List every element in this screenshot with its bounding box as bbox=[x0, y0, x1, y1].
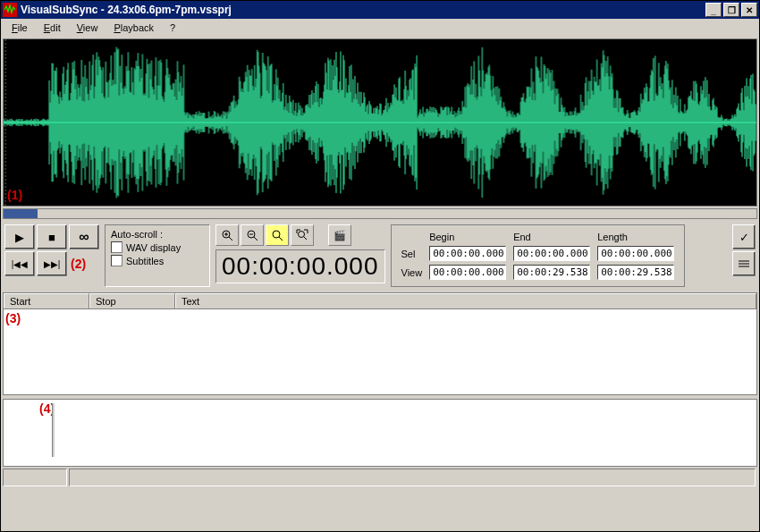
col-stop[interactable]: Stop bbox=[89, 293, 175, 308]
clapper-icon: 🎬 bbox=[334, 230, 346, 241]
subtitle-list-header: Start Stop Text bbox=[3, 292, 757, 309]
col-text[interactable]: Text bbox=[175, 293, 756, 308]
editor-splitter[interactable] bbox=[52, 403, 55, 457]
maximize-icon: ❐ bbox=[728, 5, 736, 15]
menubar: File Edit View Playback ? bbox=[1, 19, 759, 37]
menu-help[interactable]: ? bbox=[163, 21, 182, 35]
time-display: 00:00:00.000 bbox=[215, 249, 385, 283]
svg-line-2 bbox=[229, 237, 232, 241]
annotation-1: (1) bbox=[7, 188, 22, 202]
stop-button[interactable]: ■ bbox=[37, 224, 67, 249]
subtitles-checkbox[interactable] bbox=[111, 255, 122, 266]
subtitle-list: Start Stop Text (3) bbox=[3, 292, 757, 395]
loop-icon: ∞ bbox=[79, 229, 89, 245]
svg-line-6 bbox=[254, 237, 258, 241]
autoscroll-label: Auto-scroll : bbox=[111, 229, 204, 240]
list-icon bbox=[738, 259, 750, 268]
waveform-display[interactable]: (1) bbox=[3, 38, 757, 207]
titlebar: VisualSubSync - 24.3x06.6pm-7pm.vssprj _… bbox=[1, 1, 759, 19]
col-start[interactable]: Start bbox=[4, 293, 89, 308]
scene-button[interactable]: 🎬 bbox=[328, 224, 351, 246]
status-cell-1 bbox=[3, 469, 67, 486]
menu-view[interactable]: View bbox=[70, 21, 106, 35]
view-begin-field: 00:00:00.000 bbox=[429, 265, 506, 280]
subtitles-label: Subtitles bbox=[126, 256, 164, 266]
view-end-field: 00:00:29.538 bbox=[513, 265, 590, 280]
minimize-icon: _ bbox=[711, 5, 716, 15]
autoscroll-panel: Auto-scroll : WAV display Subtitles bbox=[105, 224, 210, 287]
subtitle-editor[interactable]: (4) bbox=[3, 399, 757, 467]
menu-playback[interactable]: Playback bbox=[106, 21, 161, 35]
svg-line-11 bbox=[304, 237, 307, 240]
check-icon: ✓ bbox=[739, 231, 749, 244]
status-cell-2 bbox=[69, 469, 756, 486]
zoom-all-button[interactable] bbox=[291, 224, 314, 246]
menu-file[interactable]: File bbox=[4, 21, 35, 35]
zoom-in-button[interactable] bbox=[215, 224, 239, 246]
begin-header: Begin bbox=[426, 231, 509, 243]
next-icon: ▶▶| bbox=[44, 259, 61, 269]
check-button[interactable]: ✓ bbox=[732, 224, 756, 249]
next-sub-button[interactable]: ▶▶| bbox=[37, 251, 67, 276]
maximize-button[interactable]: ❐ bbox=[723, 3, 739, 17]
loop-button[interactable]: ∞ bbox=[69, 224, 99, 249]
sel-end-field[interactable]: 00:00:00.000 bbox=[513, 246, 590, 261]
window-title: VisualSubSync - 24.3x06.6pm-7pm.vssprj bbox=[21, 4, 232, 16]
sel-row-label: Sel bbox=[399, 245, 426, 262]
time-grid: Begin End Length Sel 00:00:00.000 00:00:… bbox=[391, 224, 686, 287]
controls-row: ▶ ■ ∞ |◀◀ ▶▶| (2) Auto-scroll : WAV disp… bbox=[1, 221, 759, 291]
zoom-time-col: 🎬 00:00:00.000 bbox=[215, 224, 385, 287]
wav-display-checkbox[interactable] bbox=[111, 241, 122, 253]
play-icon: ▶ bbox=[15, 231, 24, 244]
side-buttons: ✓ bbox=[732, 224, 756, 287]
annotation-2: (2) bbox=[71, 257, 86, 271]
sel-length-field: 00:00:00.000 bbox=[597, 246, 674, 261]
prev-sub-button[interactable]: |◀◀ bbox=[4, 251, 35, 276]
view-row-label: View bbox=[399, 264, 426, 281]
playback-buttons: ▶ ■ ∞ |◀◀ ▶▶| (2) bbox=[4, 224, 99, 287]
annotation-3: (3) bbox=[5, 311, 21, 325]
play-button[interactable]: ▶ bbox=[4, 224, 35, 249]
svg-point-8 bbox=[273, 231, 280, 238]
svg-point-10 bbox=[299, 232, 305, 238]
error-list-button[interactable] bbox=[732, 251, 756, 276]
close-button[interactable]: ✕ bbox=[741, 3, 757, 17]
close-icon: ✕ bbox=[746, 5, 753, 15]
zoom-selection-button[interactable] bbox=[266, 224, 289, 246]
stop-icon: ■ bbox=[48, 231, 55, 244]
minimize-button[interactable]: _ bbox=[705, 3, 722, 17]
end-header: End bbox=[511, 231, 593, 243]
scrollbar-thumb[interactable] bbox=[4, 209, 38, 218]
wav-display-label: WAV display bbox=[126, 242, 181, 253]
svg-line-9 bbox=[279, 237, 283, 241]
app-icon bbox=[3, 3, 17, 17]
statusbar bbox=[3, 469, 757, 486]
subtitle-list-body[interactable]: (3) bbox=[3, 309, 757, 395]
waveform-scrollbar[interactable] bbox=[3, 208, 757, 219]
menu-edit[interactable]: Edit bbox=[37, 21, 68, 35]
prev-icon: |◀◀ bbox=[12, 259, 29, 269]
sel-begin-field[interactable]: 00:00:00.000 bbox=[429, 246, 506, 261]
length-header: Length bbox=[595, 231, 677, 243]
view-length-field: 00:00:29.538 bbox=[597, 265, 674, 280]
zoom-out-button[interactable] bbox=[241, 224, 264, 246]
